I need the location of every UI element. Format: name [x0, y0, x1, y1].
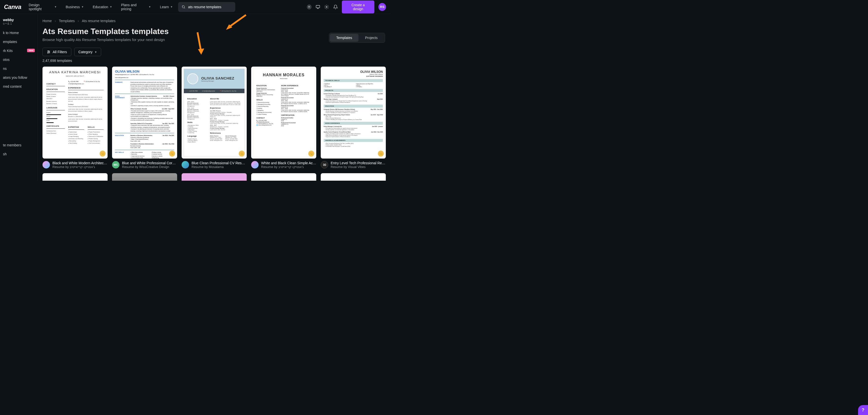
category-filter-button[interactable]: Category ▼	[74, 48, 101, 56]
premium-crown-icon: 👑	[239, 151, 245, 156]
template-title: Blue and White Professional Corpo...	[122, 161, 177, 165]
create-design-button[interactable]: Create a design	[342, 0, 374, 13]
template-card[interactable]	[251, 173, 316, 181]
results-count: 2,47,698 templates	[42, 59, 390, 63]
resume-heading: CERTIFICATE	[46, 125, 65, 127]
resume-contact: Address | Mail | Website	[324, 73, 383, 75]
template-thumbnail[interactable]: OLIVIA WILSON hello@reallygreatsite.com …	[112, 67, 177, 158]
sidebar-item-icons[interactable]: ns	[0, 64, 37, 73]
template-thumbnail[interactable]: ANNA KATRINA MARCHESI SENIOR ARCHITECT C…	[42, 67, 107, 158]
premium-crown-icon: 👑	[100, 151, 105, 156]
chevron-down-icon: ▼	[94, 51, 97, 53]
template-author: Resume by Visual Vibes	[331, 165, 386, 169]
crumb-templates[interactable]: Templates	[59, 19, 75, 23]
chevron-down-icon: ▼	[149, 5, 151, 8]
user-avatar[interactable]: RS	[378, 3, 386, 11]
sidebar-item-kits[interactable]: rk KitsNew	[0, 46, 37, 55]
template-author: Resume by ג'אנטיקו קריאייטיב	[261, 165, 316, 169]
resume-heading: EDUCATION	[324, 105, 383, 108]
sidebar-item-creators[interactable]: ators you follow	[0, 73, 37, 82]
nav-label: Business	[66, 5, 80, 9]
resume-photo	[187, 73, 198, 84]
chevron-down-icon: ▼	[81, 5, 84, 8]
resume-heading: Experience	[210, 107, 241, 109]
logo[interactable]: Canva	[4, 3, 21, 10]
sidebar: webby o • & 1 k to Home emplates rk Kits…	[0, 14, 37, 181]
template-card[interactable]: OLIVIA SANCHEZ Marketing Manager 📞 +123-…	[182, 67, 247, 169]
template-title: Blue Clean Professional CV Resume	[191, 161, 247, 165]
resume-role: Marketing Manager	[201, 80, 234, 82]
resume-heading: References	[210, 132, 241, 134]
template-title: Entry Level Tech Professional Resu...	[331, 161, 386, 165]
svg-point-4	[48, 51, 49, 52]
template-thumbnail[interactable]: OLIVIA WILSON Address | Mail | Website S…	[321, 67, 386, 158]
nav-plans[interactable]: Plans and pricing▼	[118, 1, 154, 13]
template-card[interactable]: OLIVIA WILSON hello@reallygreatsite.com …	[112, 67, 177, 169]
resume-role: SENIOR ARCHITECT	[46, 75, 103, 77]
search-container[interactable]	[178, 2, 235, 12]
sidebar-item-label: rk Kits	[3, 49, 13, 53]
template-card[interactable]	[182, 173, 247, 181]
toggle-projects[interactable]: Projects	[359, 34, 384, 42]
search-input[interactable]	[188, 5, 232, 9]
resume-heading: EXPERTISE	[68, 126, 84, 128]
filter-label: All Filters	[53, 50, 67, 54]
desktop-icon[interactable]	[315, 4, 320, 9]
author-avatar[interactable]: ✉	[321, 161, 328, 169]
chevron-right-icon: ›	[78, 19, 79, 23]
nav-label: Learn	[160, 5, 169, 9]
author-avatar[interactable]: WC	[112, 161, 120, 169]
template-title: White and Black Clean Simple Acco...	[261, 161, 316, 165]
nav-learn[interactable]: Learn▼	[156, 3, 176, 11]
new-badge: New	[27, 49, 35, 52]
author-avatar[interactable]	[42, 161, 50, 169]
premium-crown-icon: 👑	[308, 151, 314, 156]
template-title: Black and White Modern Architect ...	[53, 161, 107, 165]
resume-name: ANNA KATRINA MARCHESI	[46, 70, 103, 75]
resume-name: OLIVIA WILSON	[324, 70, 383, 73]
resume-heading: EDUCATION	[46, 88, 65, 91]
author-avatar[interactable]	[182, 161, 189, 169]
nav-business[interactable]: Business▼	[62, 3, 87, 11]
bell-icon[interactable]	[333, 4, 338, 9]
template-thumbnail[interactable]: OLIVIA SANCHEZ Marketing Manager 📞 +123-…	[182, 67, 247, 158]
template-card[interactable]: OLIVIA WILSON Address | Mail | Website S…	[321, 67, 386, 169]
nav-education[interactable]: Education▼	[89, 3, 116, 11]
nav-design-spotlight[interactable]: Design spotlight▼	[25, 1, 60, 13]
clear-search-icon[interactable]: ✕	[307, 4, 312, 9]
template-card[interactable]	[42, 173, 107, 181]
search-sparkle-icon	[182, 5, 186, 9]
sidebar-item-photos[interactable]: otos	[0, 55, 37, 64]
chevron-down-icon: ▼	[54, 5, 57, 8]
template-card[interactable]	[112, 173, 177, 181]
nav-label: Design spotlight	[29, 3, 53, 11]
toggle-templates[interactable]: Templates	[330, 34, 359, 42]
sidebar-item-home[interactable]: k to Home	[0, 28, 37, 37]
sidebar-item-templates[interactable]: emplates	[0, 37, 37, 46]
resume-role: SOFTWARE ENGINEER	[324, 76, 383, 77]
view-toggle: Templates Projects	[329, 33, 385, 43]
resume-heading: EXPERIENCE	[68, 87, 103, 89]
svg-rect-1	[316, 5, 319, 8]
chevron-down-icon: ▼	[110, 5, 112, 8]
resume-name: OLIVIA WILSON	[115, 69, 174, 73]
resume-heading: PROJECTS	[324, 89, 383, 92]
author-avatar[interactable]	[251, 161, 258, 169]
sidebar-item-starred[interactable]: rred content	[0, 82, 37, 91]
template-card[interactable]: HANNAH MORALES Accountant EDUCATION Faug…	[251, 67, 316, 169]
gear-icon[interactable]	[324, 4, 329, 9]
all-filters-button[interactable]: All Filters	[42, 48, 71, 56]
crumb-home[interactable]: Home	[42, 19, 52, 23]
chevron-right-icon: ›	[55, 19, 56, 23]
sidebar-item-members[interactable]: te members	[0, 141, 37, 150]
sidebar-item-trash[interactable]: sh	[0, 150, 37, 158]
premium-crown-icon: 👑	[169, 151, 175, 156]
svg-point-8	[48, 53, 48, 53]
template-thumbnail[interactable]: HANNAH MORALES Accountant EDUCATION Faug…	[251, 67, 316, 158]
resume-role: Accountant	[256, 78, 311, 79]
resume-heading: AWARDS & ACHIEVEMENTS	[324, 139, 383, 142]
resume-heading: Language	[187, 135, 206, 137]
nav-label: Education	[93, 5, 108, 9]
template-card[interactable]: ANNA KATRINA MARCHESI SENIOR ARCHITECT C…	[42, 67, 107, 169]
template-card[interactable]	[321, 173, 386, 181]
